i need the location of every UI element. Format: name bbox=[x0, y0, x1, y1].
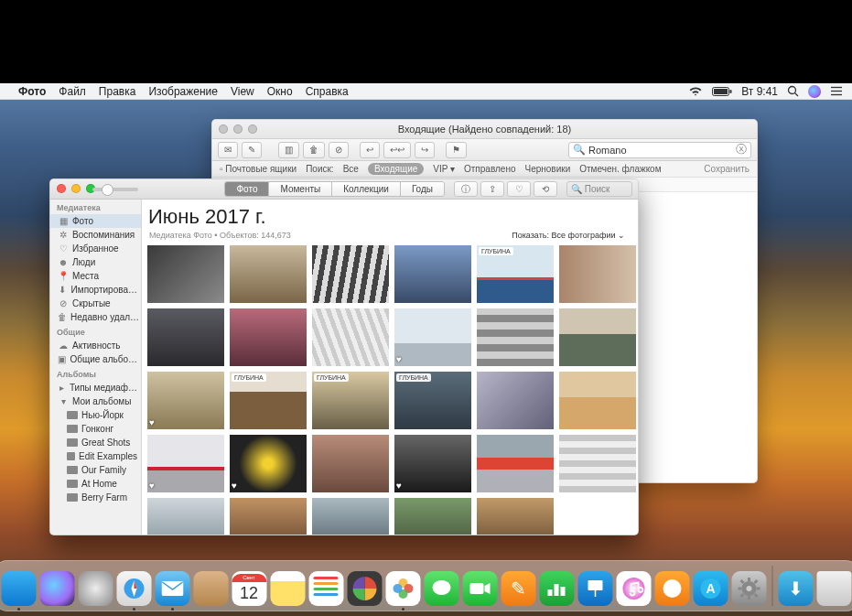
photo-thumbnail[interactable] bbox=[394, 498, 471, 535]
sidebar-item-hidden[interactable]: ⊘Скрытые bbox=[50, 297, 141, 310]
dock-app-ibooks[interactable] bbox=[654, 571, 689, 606]
dock-app-preferences[interactable] bbox=[731, 571, 766, 606]
mail-titlebar[interactable]: Входящие (Найдено совпадений: 18) bbox=[212, 120, 757, 139]
dock-app-itunes[interactable] bbox=[616, 571, 651, 606]
photo-thumbnail[interactable]: ГЛУБИНА bbox=[312, 372, 389, 429]
view-collections[interactable]: Коллекции bbox=[332, 182, 401, 196]
sidebar-item-recently-deleted[interactable]: 🗑Недавно удал… bbox=[50, 310, 141, 324]
sidebar-album-item[interactable]: Our Family bbox=[50, 463, 141, 477]
photos-window[interactable]: Фото Моменты Коллекции Годы ⓘ ⇪ ♡ ⟲ 🔍 По… bbox=[49, 178, 639, 535]
flag-button[interactable]: ⚑ bbox=[446, 142, 467, 158]
dock-app-dashboard[interactable] bbox=[347, 571, 382, 606]
photo-thumbnail[interactable]: ♥ bbox=[147, 435, 224, 492]
sidebar-item-places[interactable]: 📍Места bbox=[50, 269, 141, 283]
menubar-file[interactable]: Файл bbox=[59, 85, 86, 98]
sidebar-album-item[interactable]: Нью-Йорк bbox=[50, 408, 141, 422]
menubar-image[interactable]: Изображение bbox=[148, 85, 218, 98]
menubar-help[interactable]: Справка bbox=[306, 85, 349, 98]
photo-thumbnail[interactable] bbox=[312, 435, 389, 492]
photo-thumbnail[interactable] bbox=[477, 498, 554, 535]
view-moments[interactable]: Моменты bbox=[269, 182, 332, 196]
reply-all-button[interactable]: ↩↩ bbox=[383, 142, 411, 158]
dock-app-pages[interactable]: ✎ bbox=[501, 571, 535, 606]
close-icon[interactable] bbox=[219, 124, 228, 134]
photo-thumbnail[interactable] bbox=[559, 435, 636, 492]
dock-app-appstore[interactable]: A bbox=[693, 571, 728, 606]
photo-thumbnail[interactable] bbox=[230, 245, 307, 303]
menubar-edit[interactable]: Правка bbox=[99, 85, 136, 98]
menubar-view[interactable]: View bbox=[231, 85, 254, 98]
rotate-button[interactable]: ⟲ bbox=[534, 181, 557, 197]
photo-thumbnail[interactable] bbox=[147, 245, 224, 303]
photo-thumbnail[interactable] bbox=[477, 435, 554, 492]
dock-downloads[interactable]: ⬇ bbox=[778, 571, 813, 606]
photo-thumbnail[interactable]: ♥ bbox=[394, 308, 471, 366]
dock-app-messages[interactable] bbox=[424, 571, 458, 606]
reply-button[interactable]: ↩ bbox=[360, 142, 380, 158]
compose-button[interactable]: ✎ bbox=[242, 142, 262, 158]
menubar-clock[interactable]: Вт 9:41 bbox=[741, 85, 778, 98]
photo-thumbnail[interactable] bbox=[477, 372, 554, 429]
minimize-icon[interactable] bbox=[233, 124, 243, 134]
close-icon[interactable] bbox=[57, 184, 66, 193]
scope-drafts[interactable]: Черновики bbox=[524, 164, 570, 174]
photo-thumbnail[interactable] bbox=[394, 245, 471, 303]
sidebar-album-item[interactable]: Гонконг bbox=[50, 422, 141, 436]
mail-traffic-lights[interactable] bbox=[219, 124, 257, 134]
photos-titlebar[interactable]: Фото Моменты Коллекции Годы ⓘ ⇪ ♡ ⟲ 🔍 По… bbox=[50, 179, 638, 200]
info-button[interactable]: ⓘ bbox=[454, 181, 478, 197]
sidebar-item-activity[interactable]: ☁Активность bbox=[50, 339, 141, 352]
photo-thumbnail[interactable] bbox=[147, 308, 224, 366]
dock-app-siri[interactable] bbox=[39, 571, 74, 606]
scope-sent[interactable]: Отправлено bbox=[464, 164, 515, 174]
scope-flagged[interactable]: Отмечен. флажком bbox=[579, 164, 661, 174]
menubar-app[interactable]: Фото bbox=[18, 85, 46, 98]
sidebar-album-item[interactable]: Edit Examples bbox=[50, 449, 141, 463]
zoom-icon[interactable] bbox=[248, 124, 257, 134]
save-search-button[interactable]: Сохранить bbox=[704, 164, 750, 174]
photo-thumbnail[interactable] bbox=[230, 498, 307, 535]
dock-app-numbers[interactable] bbox=[539, 571, 574, 606]
zoom-slider[interactable] bbox=[92, 188, 138, 191]
photo-thumbnail[interactable] bbox=[559, 245, 636, 303]
show-filter[interactable]: Показать: Все фотографии ⌄ bbox=[512, 231, 625, 240]
photo-thumbnail[interactable]: ГЛУБИНА bbox=[394, 372, 471, 429]
dock-app-photos[interactable] bbox=[385, 571, 420, 606]
siri-icon[interactable] bbox=[808, 85, 821, 98]
photo-thumbnail[interactable] bbox=[312, 498, 389, 535]
sidebar-item-shared-albums[interactable]: ▣Общие альбо… bbox=[50, 352, 141, 366]
photos-search-field[interactable]: 🔍 Поиск bbox=[566, 181, 632, 197]
sidebar-album-item[interactable]: Great Shots bbox=[50, 436, 141, 449]
sidebar-item-people[interactable]: ☻Люди bbox=[50, 255, 141, 269]
sidebar-album-item[interactable]: Berry Farm bbox=[50, 491, 141, 504]
photo-thumbnail[interactable]: ГЛУБИНА bbox=[230, 372, 307, 429]
sidebar-item-my-albums[interactable]: ▾Мои альбомы bbox=[50, 394, 141, 408]
sidebar-item-photos[interactable]: ▦Фото bbox=[50, 214, 141, 228]
sidebar-album-item[interactable]: At Home bbox=[50, 477, 141, 491]
dock-app-finder[interactable] bbox=[1, 571, 36, 606]
spotlight-icon[interactable] bbox=[787, 85, 799, 97]
dock-app-mail[interactable] bbox=[155, 571, 189, 606]
view-photos[interactable]: Фото bbox=[225, 182, 269, 196]
scope-all[interactable]: Все bbox=[343, 164, 359, 174]
dock-app-notes[interactable] bbox=[270, 571, 305, 606]
junk-button[interactable]: ⊘ bbox=[329, 142, 349, 158]
favorite-button[interactable]: ♡ bbox=[507, 181, 531, 197]
sidebar-item-imports[interactable]: ⬇Импортирова… bbox=[50, 283, 141, 297]
battery-icon[interactable] bbox=[712, 87, 732, 96]
photo-thumbnail[interactable]: ГЛУБИНА bbox=[477, 245, 554, 303]
photo-thumbnail[interactable] bbox=[477, 308, 554, 366]
share-button[interactable]: ⇪ bbox=[480, 181, 504, 197]
sidebar-item-memories[interactable]: ✲Воспоминания bbox=[50, 228, 141, 242]
delete-button[interactable]: 🗑 bbox=[303, 142, 325, 158]
sidebar-item-favorites[interactable]: ♡Избранное bbox=[50, 242, 141, 255]
dock-trash[interactable] bbox=[816, 571, 851, 606]
photo-thumbnail[interactable]: ♥ bbox=[147, 372, 224, 429]
photo-thumbnail[interactable] bbox=[312, 245, 389, 303]
mail-search-field[interactable]: 🔍 Romano ⓧ bbox=[568, 142, 751, 158]
menubar-window[interactable]: Окно bbox=[267, 85, 293, 98]
photo-thumbnail[interactable] bbox=[559, 372, 636, 429]
wifi-icon[interactable] bbox=[688, 86, 703, 96]
photo-thumbnail[interactable]: ♥ bbox=[394, 435, 471, 492]
photo-thumbnail[interactable]: ♥ bbox=[230, 435, 307, 492]
